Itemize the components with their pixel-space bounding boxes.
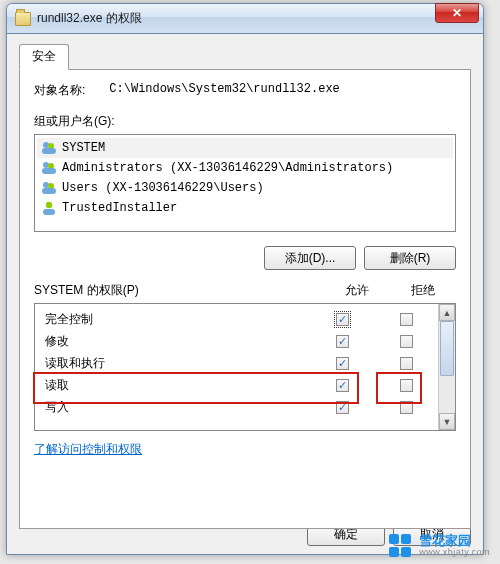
users-icon (41, 140, 57, 156)
permissions-header: SYSTEM 的权限(P) 允许 拒绝 (34, 282, 456, 299)
principal-name: SYSTEM (62, 141, 105, 155)
object-name-value: C:\Windows\System32\rundll32.exe (109, 82, 339, 99)
window-title: rundll32.exe 的权限 (37, 10, 435, 27)
permission-name: 读取 (35, 377, 310, 394)
user-icon (41, 200, 57, 216)
permissions-title: SYSTEM 的权限(P) (34, 282, 324, 299)
remove-button[interactable]: 删除(R) (364, 246, 456, 270)
titlebar[interactable]: rundll32.exe 的权限 ✕ (7, 4, 483, 34)
deny-checkbox[interactable] (400, 335, 413, 348)
deny-header: 拒绝 (390, 282, 456, 299)
learn-more-link[interactable]: 了解访问控制和权限 (34, 441, 142, 458)
principal-name: Administrators (XX-13036146229\Administr… (62, 161, 393, 175)
add-button[interactable]: 添加(D)... (264, 246, 356, 270)
principal-name: Users (XX-13036146229\Users) (62, 181, 264, 195)
users-icon (41, 180, 57, 196)
allow-checkbox[interactable]: ✓ (336, 379, 349, 392)
deny-checkbox[interactable] (400, 313, 413, 326)
allow-header: 允许 (324, 282, 390, 299)
svg-rect-8 (42, 188, 56, 194)
principal-name: TrustedInstaller (62, 201, 177, 215)
allow-checkbox[interactable]: ✓ (336, 313, 349, 326)
deny-checkbox[interactable] (400, 357, 413, 370)
watermark-brand: 雪花家园 (419, 534, 490, 548)
close-icon: ✕ (452, 6, 462, 20)
permission-name: 完全控制 (35, 311, 310, 328)
tab-security[interactable]: 安全 (19, 44, 69, 70)
client-area: 安全 对象名称: C:\Windows\System32\rundll32.ex… (7, 34, 483, 539)
snowflake-logo-icon (389, 534, 413, 558)
svg-rect-10 (43, 209, 55, 215)
svg-point-0 (43, 142, 49, 148)
allow-checkbox[interactable]: ✓ (336, 357, 349, 370)
scroll-up-button[interactable]: ▲ (439, 304, 455, 321)
permissions-dialog: rundll32.exe 的权限 ✕ 安全 对象名称: C:\Windows\S… (6, 3, 484, 555)
scroll-down-button[interactable]: ▼ (439, 413, 455, 430)
list-item[interactable]: TrustedInstaller (37, 198, 453, 218)
folder-icon (15, 12, 31, 26)
scrollbar[interactable]: ▲ ▼ (438, 304, 455, 430)
watermark-url: www.xhjaty.com (419, 548, 490, 558)
allow-checkbox[interactable]: ✓ (336, 335, 349, 348)
permission-row: 修改 ✓ (35, 330, 438, 352)
deny-checkbox[interactable] (400, 379, 413, 392)
users-icon (41, 160, 57, 176)
svg-rect-5 (42, 168, 56, 174)
svg-rect-2 (42, 148, 56, 154)
svg-point-3 (43, 162, 49, 168)
allow-checkbox[interactable]: ✓ (336, 401, 349, 414)
permission-row: 写入 ✓ (35, 396, 438, 418)
permissions-listbox: 完全控制 ✓ 修改 ✓ 读取和执行 ✓ 读取 (34, 303, 456, 431)
scroll-track[interactable] (439, 321, 455, 413)
watermark: 雪花家园 www.xhjaty.com (389, 534, 490, 558)
permission-name: 写入 (35, 399, 310, 416)
permission-row: 读取 ✓ (35, 374, 438, 396)
permission-name: 读取和执行 (35, 355, 310, 372)
object-name-row: 对象名称: C:\Windows\System32\rundll32.exe (34, 82, 456, 99)
object-name-label: 对象名称: (34, 82, 85, 99)
permission-name: 修改 (35, 333, 310, 350)
tab-page-security: 对象名称: C:\Windows\System32\rundll32.exe 组… (19, 69, 471, 529)
tabstrip: 安全 (19, 44, 471, 70)
svg-point-6 (43, 182, 49, 188)
principals-label: 组或用户名(G): (34, 113, 456, 130)
list-item[interactable]: SYSTEM (37, 138, 453, 158)
scroll-thumb[interactable] (440, 321, 454, 376)
close-button[interactable]: ✕ (435, 3, 479, 23)
permission-row: 完全控制 ✓ (35, 308, 438, 330)
principals-listbox[interactable]: SYSTEM Administrators (XX-13036146229\Ad… (34, 134, 456, 232)
svg-point-9 (46, 202, 52, 208)
permission-row: 读取和执行 ✓ (35, 352, 438, 374)
list-item[interactable]: Users (XX-13036146229\Users) (37, 178, 453, 198)
list-item[interactable]: Administrators (XX-13036146229\Administr… (37, 158, 453, 178)
deny-checkbox[interactable] (400, 401, 413, 414)
principal-buttons: 添加(D)... 删除(R) (34, 246, 456, 270)
